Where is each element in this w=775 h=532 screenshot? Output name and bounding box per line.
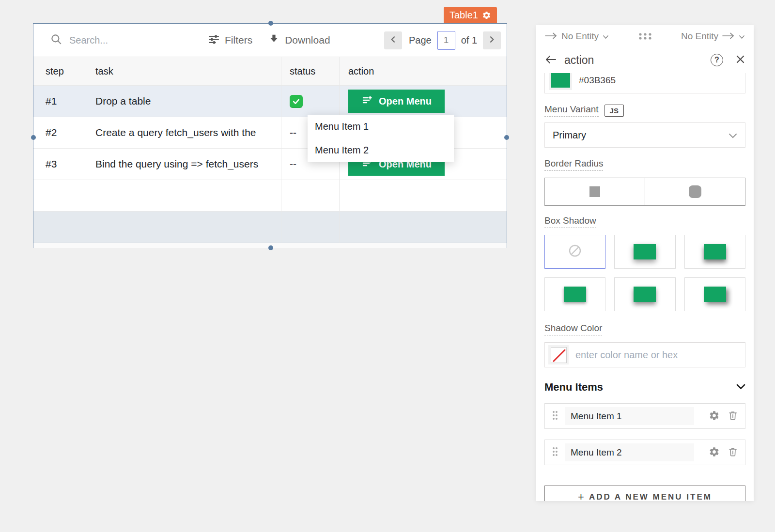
menu-items-heading: Menu Items xyxy=(544,381,603,394)
open-menu-button[interactable]: Open Menu xyxy=(348,90,445,113)
box-shadow-options xyxy=(544,235,745,311)
next-entity-button[interactable]: No Entity xyxy=(681,31,745,42)
grid-dots-icon[interactable] xyxy=(633,31,658,42)
column-header-status[interactable]: status xyxy=(281,57,340,86)
no-color-swatch-icon xyxy=(551,347,567,363)
cell-step: #3 xyxy=(33,149,85,180)
menu-item-settings-button[interactable] xyxy=(709,446,720,459)
property-pane: No Entity No Entity xyxy=(536,25,754,501)
menu-item-1[interactable]: Menu Item 1 xyxy=(308,115,454,138)
box-shadow-none-option[interactable] xyxy=(544,235,605,269)
border-radius-sharp-option[interactable] xyxy=(545,178,645,205)
shadow-color-field[interactable] xyxy=(575,350,742,361)
help-icon: ? xyxy=(711,54,723,66)
column-header-step[interactable]: step xyxy=(33,57,85,86)
box-shadow-option[interactable] xyxy=(614,277,675,311)
box-shadow-option[interactable] xyxy=(544,277,605,311)
menu-item-row: Menu Item 1 xyxy=(544,403,745,429)
prev-entity-label: No Entity xyxy=(561,31,599,42)
help-button[interactable]: ? xyxy=(711,54,723,66)
widget-name-badge[interactable]: Table1 xyxy=(444,7,497,23)
menu-variant-label: Menu Variant xyxy=(544,104,599,117)
square-rounded-icon xyxy=(689,185,701,198)
cell-task: Create a query fetch_users with the xyxy=(85,117,281,149)
menu-variant-select[interactable]: Primary xyxy=(544,122,745,148)
menu-item-name[interactable]: Menu Item 1 xyxy=(565,407,694,425)
shadow-preview xyxy=(634,244,656,259)
trash-icon xyxy=(728,410,738,422)
page-label: Page xyxy=(409,35,432,46)
shadow-preview xyxy=(564,287,586,302)
resize-handle-top[interactable] xyxy=(268,21,273,26)
search-input[interactable] xyxy=(69,35,166,46)
resize-handle-left[interactable] xyxy=(31,135,36,140)
pane-title: action xyxy=(564,54,594,67)
box-shadow-option[interactable] xyxy=(614,235,675,269)
gear-icon xyxy=(709,446,720,459)
cell-task: Bind the query using => fetch_users xyxy=(85,149,281,180)
shadow-preview xyxy=(704,287,726,302)
close-icon xyxy=(736,55,745,65)
chevron-down-icon xyxy=(739,31,745,42)
menu-item-settings-button[interactable] xyxy=(709,410,720,423)
collapse-section-button[interactable] xyxy=(736,384,745,391)
back-button[interactable] xyxy=(545,55,557,66)
shadow-color-label: Shadow Color xyxy=(544,323,602,335)
add-menu-item-button[interactable]: + ADD A NEW MENU ITEM xyxy=(544,486,745,501)
prev-page-button[interactable] xyxy=(384,31,402,49)
chevron-down-icon xyxy=(603,31,609,42)
menu-item-delete-button[interactable] xyxy=(728,410,738,422)
color-hex-value: #03B365 xyxy=(579,75,616,86)
shadow-preview xyxy=(704,244,726,259)
pane-header: action ? xyxy=(536,47,754,73)
check-icon xyxy=(290,95,303,108)
cell-step: #1 xyxy=(33,86,85,117)
menu-item-2[interactable]: Menu Item 2 xyxy=(308,138,454,162)
pagination: Page of 1 xyxy=(384,31,501,50)
chevron-down-icon xyxy=(736,384,745,391)
square-sharp-icon xyxy=(589,186,600,197)
column-header-action[interactable]: action xyxy=(340,57,507,86)
cell-status xyxy=(281,86,340,117)
column-header-task[interactable]: task xyxy=(85,57,281,86)
search-icon xyxy=(50,33,62,47)
menu-item-delete-button[interactable] xyxy=(728,446,738,458)
arrow-right-icon xyxy=(545,31,558,42)
app-canvas: Table1 Filters xyxy=(0,0,775,532)
download-icon xyxy=(268,33,280,47)
button-color-input[interactable]: #03B365 xyxy=(544,73,745,93)
border-radius-control xyxy=(544,178,745,206)
menu-item-row: Menu Item 2 xyxy=(544,440,745,465)
box-shadow-option[interactable] xyxy=(684,235,745,269)
download-button[interactable]: Download xyxy=(268,33,330,47)
gear-icon[interactable] xyxy=(482,11,491,20)
cell-task: Drop a table xyxy=(85,86,281,117)
filters-icon xyxy=(208,33,220,47)
cell-action: Open Menu xyxy=(340,86,507,117)
resize-handle-right[interactable] xyxy=(504,135,509,140)
box-shadow-option[interactable] xyxy=(684,277,745,311)
widget-name-label: Table1 xyxy=(450,10,478,21)
border-radius-rounded-option[interactable] xyxy=(645,178,745,205)
next-page-button[interactable] xyxy=(483,31,501,49)
arrow-right-icon xyxy=(722,31,735,42)
menu-add-icon xyxy=(361,94,373,108)
shadow-color-input[interactable] xyxy=(544,342,745,367)
js-toggle-button[interactable]: JS xyxy=(604,105,624,117)
drag-handle-icon[interactable] xyxy=(552,446,558,459)
resize-handle-bottom[interactable] xyxy=(268,245,273,250)
close-pane-button[interactable] xyxy=(736,55,745,65)
chevron-right-icon xyxy=(488,36,496,45)
cell-step: #2 xyxy=(33,117,85,149)
menu-item-name[interactable]: Menu Item 2 xyxy=(565,443,694,461)
filters-button[interactable]: Filters xyxy=(208,33,252,47)
download-label: Download xyxy=(285,34,330,46)
prev-entity-button[interactable]: No Entity xyxy=(545,31,609,42)
chevron-down-icon xyxy=(728,130,737,141)
chevron-left-icon xyxy=(389,36,397,45)
drag-handle-icon[interactable] xyxy=(552,410,558,423)
pane-entity-nav: No Entity No Entity xyxy=(536,25,754,47)
table-row[interactable]: #1 Drop a table Open Menu xyxy=(33,86,507,117)
page-number-input[interactable] xyxy=(437,31,455,50)
trash-icon xyxy=(728,446,738,458)
